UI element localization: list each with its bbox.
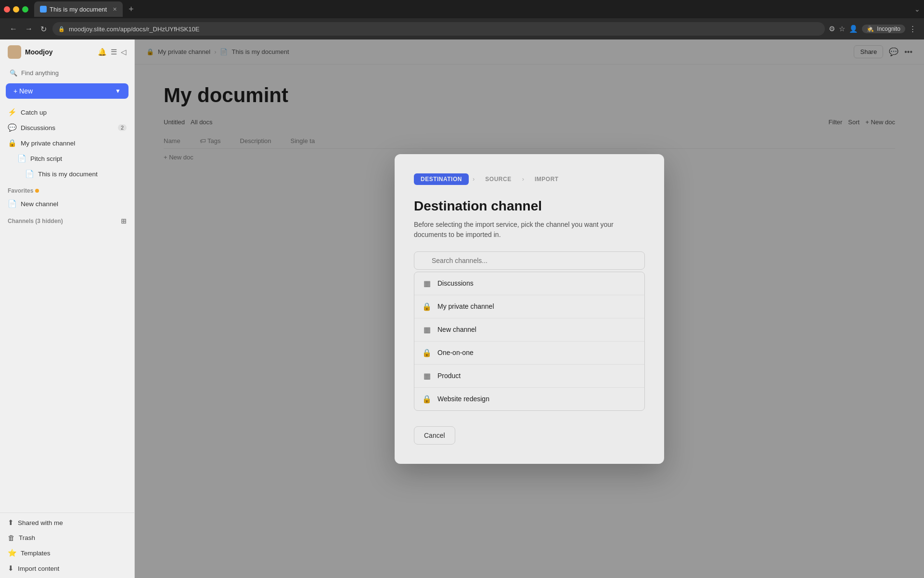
sidebar-item-catchup[interactable]: ⚡ Catch up: [0, 105, 134, 120]
maximize-window-btn[interactable]: [22, 6, 28, 13]
sidebar-item-label: Shared with me: [18, 519, 63, 526]
channels-add-btn[interactable]: ⊞: [121, 217, 127, 225]
sidebar-item-label: New channel: [21, 200, 58, 208]
discussions-icon: 💬: [8, 123, 17, 132]
incognito-label: Incognito: [877, 26, 900, 32]
sidebar-item-label: Pitch script: [30, 155, 62, 162]
profile-btn[interactable]: 👤: [849, 25, 858, 33]
channel-label: Website redesign: [437, 395, 489, 403]
doc-icon: 📄: [17, 154, 26, 163]
sidebar-item-import-content[interactable]: ⬇ Import content: [0, 561, 134, 576]
sidebar-item-label: Templates: [21, 550, 51, 557]
browser-chrome: This is my document ✕ + ⌄ ← → ↻ 🔒 moodjo…: [0, 0, 924, 39]
sidebar-item-label: My private channel: [21, 140, 75, 147]
back-btn[interactable]: ←: [8, 23, 19, 35]
search-label: Find anything: [21, 69, 59, 77]
search-icon: 🔍: [10, 69, 17, 77]
ssl-icon: 🔒: [58, 26, 65, 32]
shared-icon: ⬆: [8, 518, 14, 527]
favorites-badge: [35, 189, 39, 193]
minimize-window-btn[interactable]: [13, 6, 19, 13]
url-text: moodjoy.slite.com/app/docs/r_DHzUYfHSK10…: [69, 26, 199, 33]
import-icon: ⬇: [8, 564, 14, 573]
close-window-btn[interactable]: [4, 6, 10, 13]
channel-item-one-on-one[interactable]: 🔒 One-on-one: [414, 342, 644, 365]
sidebar: Moodjoy 🔔 ☰ ◁ 🔍 Find anything + New ▼ ⚡ …: [0, 39, 135, 578]
step-destination[interactable]: DESTINATION: [414, 173, 469, 185]
favorites-label: Favorites: [8, 187, 33, 194]
channel-list: ▦ Discussions 🔒 My private channel ▦ New…: [414, 272, 645, 411]
sidebar-item-discussions[interactable]: 💬 Discussions 2: [0, 120, 134, 135]
tab-title: This is my document: [50, 6, 107, 13]
channel-item-website-redesign[interactable]: 🔒 Website redesign: [414, 388, 644, 410]
catchup-icon: ⚡: [8, 108, 17, 117]
sidebar-item-label: Import content: [18, 565, 59, 572]
nav-bar: ← → ↻ 🔒 moodjoy.slite.com/app/docs/r_DHz…: [0, 18, 924, 39]
sidebar-item-new-channel[interactable]: 📄 New channel: [0, 196, 134, 211]
channel-search-input[interactable]: [414, 251, 645, 270]
favorites-section: Favorites: [0, 182, 134, 196]
channel-label: One-on-one: [437, 349, 474, 356]
channel-lock-icon: 🔒: [422, 302, 432, 311]
modal-overlay: DESTINATION › SOURCE › IMPORT Destinatio…: [135, 39, 924, 578]
active-tab[interactable]: This is my document ✕: [34, 1, 123, 17]
step-arrow-1: ›: [473, 175, 475, 183]
sidebar-item-label: Discussions: [21, 124, 55, 131]
channel-label: My private channel: [437, 302, 494, 310]
tab-close-btn[interactable]: ✕: [113, 6, 117, 13]
modal-footer: Cancel: [414, 426, 645, 445]
cancel-button[interactable]: Cancel: [414, 426, 455, 445]
sidebar-item-label: Trash: [19, 534, 35, 541]
sidebar-header: Moodjoy 🔔 ☰ ◁: [0, 39, 134, 65]
app-layout: Moodjoy 🔔 ☰ ◁ 🔍 Find anything + New ▼ ⚡ …: [0, 39, 924, 578]
nav-actions: ⚙ ☆ 👤 🕵 Incognito ⋮: [829, 25, 916, 33]
step-import[interactable]: IMPORT: [528, 173, 565, 185]
incognito-icon: 🕵: [867, 26, 874, 32]
destination-channel-modal: DESTINATION › SOURCE › IMPORT Destinatio…: [395, 154, 664, 464]
new-button[interactable]: + New ▼: [6, 83, 128, 99]
channel-label: Discussions: [437, 279, 474, 287]
sidebar-item-templates[interactable]: ⭐ Templates: [0, 545, 134, 561]
step-source[interactable]: SOURCE: [478, 173, 518, 185]
channel-label: New channel: [437, 326, 476, 333]
menu-btn[interactable]: ⋮: [909, 25, 916, 33]
new-btn-arrow: ▼: [115, 88, 121, 94]
collapse-sidebar-btn[interactable]: ☰: [111, 48, 117, 56]
search-btn[interactable]: 🔍 Find anything: [6, 66, 128, 79]
channel-item-my-private-channel[interactable]: 🔒 My private channel: [414, 295, 644, 318]
channel-item-product[interactable]: ▦ Product: [414, 365, 644, 388]
channel-item-discussions[interactable]: ▦ Discussions: [414, 272, 644, 295]
new-btn-label: + New: [13, 87, 33, 95]
sidebar-bottom: ⬆ Shared with me 🗑 Trash ⭐ Templates ⬇ I…: [0, 512, 134, 578]
step-arrow-2: ›: [522, 175, 524, 183]
incognito-badge: 🕵 Incognito: [862, 25, 905, 33]
discussions-badge: 2: [118, 124, 127, 131]
channel-item-new-channel[interactable]: ▦ New channel: [414, 318, 644, 342]
forward-btn[interactable]: →: [23, 23, 35, 35]
notifications-btn[interactable]: 🔔: [98, 48, 107, 56]
lock-icon: 🔒: [8, 139, 17, 147]
sidebar-item-this-is-my-doc[interactable]: 📄 This is my document: [0, 166, 134, 182]
toggle-sidebar-btn[interactable]: ◁: [121, 48, 127, 56]
channel-doc-icon: ▦: [422, 371, 432, 381]
channel-doc-icon: ▦: [422, 325, 432, 334]
tab-expand-btn[interactable]: ⌄: [914, 5, 920, 13]
traffic-lights: [4, 6, 28, 13]
sidebar-item-shared-with-me[interactable]: ⬆ Shared with me: [0, 515, 134, 530]
address-bar[interactable]: 🔒 moodjoy.slite.com/app/docs/r_DHzUYfHSK…: [52, 22, 825, 36]
channel-doc-icon: ▦: [422, 279, 432, 288]
sidebar-item-pitch-script[interactable]: 📄 Pitch script: [0, 151, 134, 166]
sidebar-item-my-private-channel[interactable]: 🔒 My private channel: [0, 135, 134, 151]
channels-label: Channels (3 hidden): [8, 218, 63, 224]
channel-search-wrapper: 🔍: [414, 251, 645, 270]
sidebar-item-trash[interactable]: 🗑 Trash: [0, 530, 134, 545]
tab-bar: This is my document ✕ + ⌄: [0, 0, 924, 18]
doc-icon: 📄: [25, 170, 34, 178]
extensions-btn[interactable]: ⚙: [829, 25, 835, 33]
reload-btn[interactable]: ↻: [38, 23, 49, 36]
sidebar-nav: ⚡ Catch up 💬 Discussions 2 🔒 My private …: [0, 105, 134, 512]
bookmark-btn[interactable]: ☆: [839, 25, 845, 33]
sidebar-icons: 🔔 ☰ ◁: [98, 48, 127, 56]
new-tab-btn[interactable]: +: [125, 4, 138, 14]
workspace-avatar: [8, 45, 21, 59]
